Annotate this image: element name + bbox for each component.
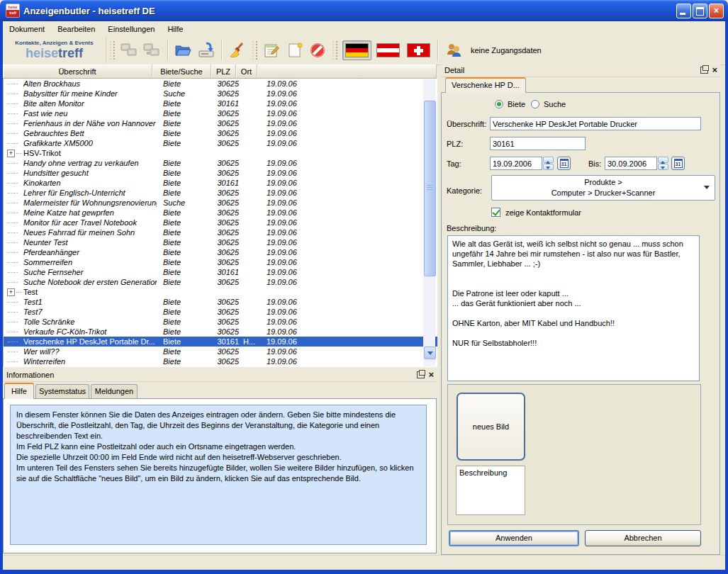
- column-biete-suche[interactable]: Biete/Suche: [152, 64, 211, 79]
- close-button[interactable]: ×: [709, 4, 724, 18]
- flag-switzerland-button[interactable]: [405, 41, 432, 60]
- list-item[interactable]: Suche Notebook der ersten GenerationBiet…: [4, 277, 437, 287]
- bis-date-field[interactable]: [605, 157, 657, 170]
- spin-up-icon[interactable]: [543, 157, 554, 163]
- cell-date: 19.09.06: [267, 218, 316, 227]
- tab-meldungen[interactable]: Meldungen: [91, 384, 138, 399]
- download-computers-button[interactable]: [141, 40, 164, 61]
- column-plz[interactable]: PLZ: [211, 64, 236, 79]
- list-item[interactable]: Tolle SchränkeBiete3062519.09.06: [4, 317, 437, 327]
- list-item[interactable]: Bite alten MonitorBiete3016119.09.06: [4, 99, 437, 108]
- list-item[interactable]: Ferienhaus in der Nähe von HannoverBiete…: [4, 118, 437, 128]
- float-icon[interactable]: [417, 371, 425, 378]
- cell-type: Biete: [163, 158, 213, 168]
- list-item[interactable]: +HSV-Trikot: [4, 148, 437, 158]
- list-item[interactable]: Grafikkarte XM5000Biete3062519.09.06: [4, 138, 437, 148]
- list-item[interactable]: Neues Fahrrad für meinen SohnBiete306251…: [4, 227, 437, 237]
- list-item[interactable]: WinterreifenBiete3062519.09.06: [4, 356, 437, 366]
- menu-einstellungen[interactable]: Einstellungen: [101, 23, 161, 35]
- list-item[interactable]: Gebrauchtes BettBiete3062519.09.06: [4, 128, 437, 138]
- minimize-button[interactable]: [676, 4, 691, 18]
- list-item[interactable]: Handy ohne vertrag zu verkaufenBiete3062…: [4, 158, 437, 168]
- scrollbar-thumb[interactable]: [424, 101, 436, 276]
- bis-calendar-button[interactable]: 31: [671, 157, 685, 170]
- list-item[interactable]: Malermeister für WohnungsrenovierungSuch…: [4, 198, 437, 208]
- list-body[interactable]: Alten BrockhausBiete3062519.09.06Babysit…: [3, 79, 437, 367]
- list-scrollbar[interactable]: [423, 79, 435, 366]
- toolbar-grip[interactable]: [252, 41, 257, 60]
- new-page-button[interactable]: [284, 40, 306, 61]
- menu-bearbeiten[interactable]: Bearbeiten: [51, 23, 101, 35]
- image-caption-box[interactable]: Beschreibung: [456, 466, 525, 515]
- list-item[interactable]: Monitor für acer Travel NotebookBiete306…: [4, 218, 437, 227]
- cell-plz: 30625: [212, 188, 239, 198]
- upload-computers-button[interactable]: [118, 40, 141, 61]
- open-folder-button[interactable]: [172, 40, 195, 61]
- titlebar[interactable]: heise treff Anzeigenbutler - heisetreff …: [0, 0, 728, 21]
- tab-hilfe[interactable]: Hilfe: [4, 383, 34, 399]
- expander-plus-icon[interactable]: +: [7, 288, 15, 296]
- list-item[interactable]: +Test: [4, 287, 437, 297]
- radio-suche[interactable]: [531, 100, 539, 108]
- description-textarea[interactable]: Wie alt das Gerät ist, weiß ich selbst n…: [447, 235, 700, 381]
- spin-up-icon[interactable]: [658, 157, 668, 163]
- list-item[interactable]: SommerreifenBiete3062519.09.06: [4, 257, 437, 267]
- tab-systemstatus[interactable]: Systemstatus: [35, 384, 89, 399]
- cell-title: Hundsitter gesucht: [23, 168, 157, 178]
- tag-date-field[interactable]: [490, 157, 542, 170]
- clean-broom-button[interactable]: [226, 40, 249, 61]
- list-item[interactable]: Hundsitter gesuchtBiete3062519.09.06: [4, 168, 437, 178]
- import-save-button[interactable]: [195, 40, 218, 61]
- new-image-button[interactable]: neues Bild: [457, 393, 525, 461]
- list-item[interactable]: Suche FernseherBiete3016119.09.06: [4, 267, 437, 277]
- list-item[interactable]: Meine Katze hat gewprfenBiete3062519.09.…: [4, 208, 437, 218]
- cell-title: Bite alten Monitor: [23, 99, 157, 108]
- flag-austria-button[interactable]: [374, 41, 402, 60]
- radio-biete[interactable]: [495, 100, 503, 108]
- apply-button[interactable]: Anwenden: [449, 530, 579, 546]
- maximize-button[interactable]: [693, 4, 707, 18]
- cell-type: Biete: [163, 178, 213, 188]
- kategorie-dropdown[interactable]: Produkte > Computer > Drucker+Scanner: [491, 175, 715, 201]
- list-item[interactable]: Verkaufe FC-Köln-TrikotBiete3062519.09.0…: [4, 327, 437, 337]
- cancel-button[interactable]: Abbrechen: [585, 530, 701, 546]
- bis-date-spinner[interactable]: [658, 157, 668, 170]
- list-item[interactable]: Verschenke HP DeskJet Portable Dr...Biet…: [4, 337, 437, 347]
- list-item[interactable]: Test7Biete3062519.09.06: [4, 307, 437, 317]
- list-item[interactable]: Lehrer für Englisch-UnterrichtBiete30625…: [4, 188, 437, 198]
- float-icon[interactable]: [700, 67, 708, 74]
- close-icon[interactable]: ×: [428, 371, 434, 378]
- scroll-down-button[interactable]: [424, 347, 436, 359]
- list-item[interactable]: Fast wie neuBiete3062519.09.06: [4, 108, 437, 118]
- edit-note-button[interactable]: [261, 40, 284, 61]
- plz-field[interactable]: [490, 137, 586, 150]
- list-item[interactable]: KinokartenBiete3016119.09.06: [4, 178, 437, 188]
- toolbar-grip[interactable]: [110, 41, 115, 60]
- tag-calendar-button[interactable]: 31: [557, 157, 571, 170]
- column-ueberschrift[interactable]: Überschrift: [3, 64, 152, 79]
- list-item[interactable]: Babysitter für meine KinderSuche3062519.…: [4, 89, 437, 99]
- cell-ort: [243, 347, 262, 356]
- close-icon[interactable]: ×: [712, 67, 717, 74]
- column-date[interactable]: [257, 64, 437, 79]
- list-item[interactable]: Wer will??Biete3062519.09.06: [4, 347, 437, 356]
- spin-down-icon[interactable]: [543, 164, 554, 170]
- tag-date-spinner[interactable]: [543, 157, 554, 170]
- tab-detail-record[interactable]: Verschenke HP D...: [445, 77, 526, 93]
- ueberschrift-field[interactable]: [490, 117, 701, 130]
- flag-germany-button[interactable]: [342, 40, 371, 60]
- menu-dokument[interactable]: Dokument: [3, 23, 51, 35]
- spin-down-icon[interactable]: [658, 164, 668, 170]
- cell-title: Sommerreifen: [23, 257, 157, 267]
- column-ort[interactable]: Ort: [236, 64, 257, 79]
- expander-plus-icon[interactable]: +: [7, 150, 15, 157]
- menu-hilfe[interactable]: Hilfe: [161, 23, 189, 35]
- list-item[interactable]: PferdeanhängerBiete3062519.09.06: [4, 247, 437, 257]
- cell-plz: 30161: [212, 337, 239, 347]
- toolbar-grip[interactable]: [332, 41, 337, 60]
- cancel-button-toolbar[interactable]: [306, 40, 329, 61]
- list-item[interactable]: Neunter TestBiete3062519.09.06: [4, 237, 437, 247]
- list-item[interactable]: Alten BrockhausBiete3062519.09.06: [4, 79, 437, 89]
- kontaktformular-checkbox[interactable]: [491, 208, 500, 217]
- list-item[interactable]: Test1Biete3062519.09.06: [4, 297, 437, 307]
